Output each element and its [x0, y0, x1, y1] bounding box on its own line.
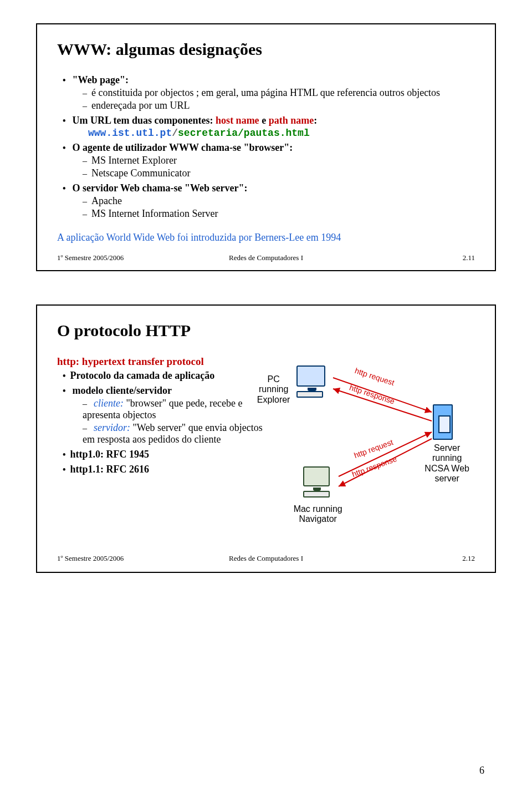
bullet-url: Um URL tem duas componentes: host name e…	[63, 115, 475, 139]
server-icon	[433, 404, 453, 440]
slide-footer: 1º Semestre 2005/2006 Redes de Computado…	[57, 554, 475, 563]
sub-item: MS Internet Explorer	[83, 155, 475, 166]
bullet-browser: O agente de utilizador WWW chama-se "bro…	[63, 142, 475, 179]
bullet: modelo cliente/servidor cliente: "browse…	[63, 385, 264, 445]
bullet-server: O servidor Web chama-se "Web server": Ap…	[63, 182, 475, 220]
server-label: Server running NCSA Web server	[422, 443, 473, 484]
slide1-footnote: A aplicação World Wide Web foi introduzi…	[57, 232, 475, 243]
left-column: http: hypertext transfer protocol Protoc…	[57, 356, 264, 479]
bullet-label: O agente de utilizador WWW chama-se "bro…	[73, 142, 293, 153]
diagram: PC running Explorer Mac running Navigato…	[272, 356, 475, 544]
mac-label: Mac running Navigator	[288, 504, 349, 525]
slide1-list: "Web page": é constituida por objectos ;…	[57, 74, 475, 220]
bullet: http1.0: RFC 1945	[63, 449, 264, 460]
slide-footer: 1º Semestre 2005/2006 Redes de Computado…	[57, 253, 475, 262]
monitor-icon	[296, 365, 325, 387]
sub-item: servidor: "Web server" que envia objecto…	[83, 422, 264, 445]
sub-item: Apache	[83, 195, 475, 207]
bullet-webpage: "Web page": é constituida por objectos ;…	[63, 74, 475, 111]
footer-center: Redes de Computadores I	[37, 554, 495, 563]
sub-item: Netscape Communicator	[83, 167, 475, 179]
sublist: Apache MS Internet Information Server	[63, 195, 475, 220]
bullet-label: Um URL tem duas componentes: host name e…	[73, 115, 318, 126]
sub-item: endereçada por um URL	[83, 100, 475, 111]
page-number: 6	[479, 765, 484, 776]
bullet-label: O servidor Web chama-se "Web server":	[73, 182, 248, 194]
sub-item: MS Internet Information Server	[83, 208, 475, 220]
slide-2: O protocolo HTTP http: hypertext transfe…	[36, 304, 496, 573]
slide-title: WWW: algumas designações	[57, 40, 475, 59]
url-example: www.ist.utl.pt/secretaria/pautas.html	[63, 128, 475, 139]
subheading: http: hypertext transfer protocol	[57, 356, 264, 368]
mac-monitor-icon	[303, 466, 330, 486]
bullet: http1.1: RFC 2616	[63, 464, 264, 475]
sublist: é constituida por objectos ; em geral, u…	[63, 87, 475, 111]
slide2-list: Protocolo da camada de aplicação modelo …	[57, 370, 264, 475]
slide-title: O protocolo HTTP	[57, 321, 475, 340]
keyboard-icon	[296, 391, 323, 398]
mac-icon	[303, 466, 342, 500]
footer-center: Redes de Computadores I	[37, 253, 495, 262]
sub-item: é constituida por objectos ; em geral, u…	[83, 87, 475, 99]
sublist: cliente: "browser" que pede, recebe e ap…	[63, 398, 264, 445]
bullet: Protocolo da camada de aplicação	[63, 370, 264, 382]
sub-item: cliente: "browser" que pede, recebe e ap…	[83, 398, 264, 421]
slide-1: WWW: algumas designações "Web page": é c…	[36, 23, 496, 271]
pc-icon	[296, 365, 335, 399]
two-column-layout: http: hypertext transfer protocol Protoc…	[57, 356, 475, 544]
keyboard-icon	[303, 491, 330, 497]
sublist: MS Internet Explorer Netscape Communicat…	[63, 155, 475, 179]
pc-label: PC running Explorer	[252, 374, 295, 405]
bullet-label: "Web page":	[73, 74, 129, 85]
